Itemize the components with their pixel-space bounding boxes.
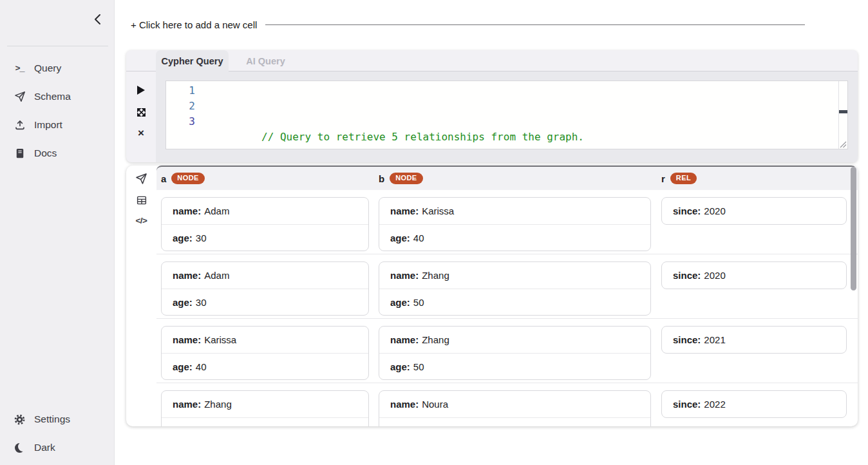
node-cell-a: name:Karissa age:40 <box>161 326 369 380</box>
add-cell-divider-line <box>265 24 805 25</box>
result-row: name:Adam age:30 name:Zhang age:50 since… <box>156 254 858 319</box>
sidebar-collapse-button[interactable] <box>93 14 103 25</box>
column-header-b: b NODE <box>379 167 423 190</box>
run-query-button[interactable] <box>126 82 156 98</box>
node-cell-a: name:Zhang <box>161 390 369 426</box>
query-cell-card: Cypher Query AI Query × 1 2 3 // Query t… <box>126 50 858 162</box>
results-rows: name:Adam age:30 name:Karissa age:40 sin… <box>156 190 858 426</box>
rel-cell-r: since:2021 <box>661 326 847 354</box>
rel-cell-r: since:2020 <box>661 261 847 289</box>
node-cell-b: name:Noura <box>379 390 651 426</box>
add-cell-label: + Click here to add a new cell <box>131 19 257 30</box>
code-view-button[interactable]: </> <box>126 211 156 229</box>
expand-icon <box>137 108 146 117</box>
node-cell-b: name:Karissa age:40 <box>379 197 651 251</box>
editor-scrollbar-track <box>838 81 839 149</box>
sidebar-item-label: Query <box>34 62 61 74</box>
node-badge: NODE <box>171 173 204 184</box>
play-icon <box>137 85 146 95</box>
sidebar-item-label: Import <box>34 119 62 131</box>
node-cell-a: name:Adam age:30 <box>161 197 369 251</box>
result-row: name:Zhang name:Noura since:2022 <box>156 383 858 426</box>
sidebar-item-label: Schema <box>34 91 71 102</box>
node-cell-a: name:Adam age:30 <box>161 261 369 316</box>
sidebar-item-schema[interactable]: Schema <box>0 90 114 103</box>
editor-line-numbers: 1 2 3 <box>166 81 203 149</box>
sidebar-item-docs[interactable]: Docs <box>0 147 114 160</box>
sidebar-item-import[interactable]: Import <box>0 119 114 131</box>
sidebar: >_ Query Schema Import <box>0 0 115 465</box>
results-scrollbar-thumb[interactable] <box>851 167 856 290</box>
node-badge: NODE <box>390 173 422 184</box>
sidebar-item-settings[interactable]: Settings <box>0 413 114 426</box>
cypher-code-editor[interactable]: 1 2 3 // Query to retrieve 5 relationshi… <box>165 81 848 149</box>
node-cell-b: name:Zhang age:50 <box>379 261 651 316</box>
add-cell-row[interactable]: + Click here to add a new cell <box>131 17 805 32</box>
result-row: name:Adam age:30 name:Karissa age:40 sin… <box>156 190 858 254</box>
delete-cell-button[interactable]: × <box>126 125 156 140</box>
expand-cell-button[interactable] <box>126 104 156 120</box>
code-line-1: // Query to retrieve 5 relationships fro… <box>212 114 837 129</box>
column-header-a: a NODE <box>161 167 205 190</box>
rel-cell-r: since:2020 <box>661 197 847 225</box>
sidebar-item-label: Dark <box>34 442 55 453</box>
paper-plane-icon <box>135 173 147 185</box>
tab-cypher-query[interactable]: Cypher Query <box>156 50 229 72</box>
rel-cell-r: since:2022 <box>661 390 847 418</box>
table-view-button[interactable] <box>126 191 156 209</box>
sidebar-item-label: Settings <box>34 413 70 425</box>
graph-view-button[interactable] <box>126 169 156 187</box>
tab-ai-query[interactable]: AI Query <box>229 50 303 71</box>
chevron-left-icon <box>93 14 103 25</box>
close-icon: × <box>138 128 144 138</box>
sidebar-divider <box>7 46 108 46</box>
result-row: name:Karissa age:40 name:Zhang age:50 si… <box>156 319 858 383</box>
table-icon <box>136 195 147 206</box>
editor-resize-handle[interactable] <box>840 141 847 148</box>
rel-badge: REL <box>670 173 697 184</box>
query-results-card: </> a NODE b NODE r REL name:Adam age:30… <box>126 166 858 426</box>
book-icon <box>14 147 26 160</box>
upload-icon <box>14 119 26 131</box>
results-header: a NODE b NODE r REL <box>156 166 858 190</box>
node-cell-b: name:Zhang age:50 <box>379 326 651 380</box>
sidebar-nav: >_ Query Schema Import <box>0 62 114 160</box>
sidebar-footer-nav: Settings Dark <box>0 413 114 454</box>
gear-icon <box>14 413 26 426</box>
column-header-r: r REL <box>661 167 697 190</box>
sidebar-item-label: Docs <box>34 147 57 159</box>
editor-scrollbar-thumb[interactable] <box>839 110 847 113</box>
sidebar-item-query[interactable]: >_ Query <box>0 62 114 75</box>
code-icon: </> <box>135 216 147 225</box>
paper-plane-icon <box>14 91 26 103</box>
terminal-prompt-icon: >_ <box>14 62 26 75</box>
sidebar-item-dark-mode[interactable]: Dark <box>0 441 114 454</box>
moon-icon <box>14 442 26 454</box>
